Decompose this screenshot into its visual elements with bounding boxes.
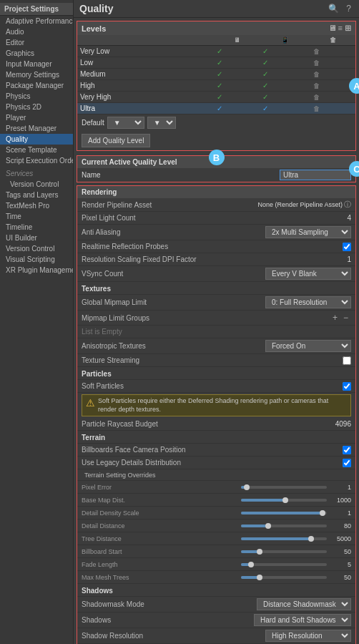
sidebar-item-visual[interactable]: Visual Scripting (0, 254, 73, 265)
info-icon[interactable]: ⓘ (344, 200, 351, 210)
slider-detail-dist: Detail Distance 80 (77, 519, 355, 532)
sidebar-item-memory[interactable]: Memory Settings (0, 69, 73, 80)
texture-streaming-checkbox[interactable] (343, 356, 351, 365)
prop-anisotropic: Anisotropic Textures Forced On (77, 338, 355, 354)
sidebar-item-timeline[interactable]: Timeline (0, 222, 73, 233)
soft-particles-checkbox[interactable] (343, 382, 351, 391)
active-quality-title: Current Active Quality Level (82, 158, 177, 166)
sidebar-item-audio[interactable]: Audio (0, 26, 73, 37)
shadows-label: Shadows (82, 616, 254, 624)
pixel-error-track[interactable] (241, 486, 327, 489)
legacy-checkbox[interactable] (343, 459, 351, 467)
name-input[interactable] (280, 170, 351, 180)
level-name-veryhigh: Very High (77, 92, 214, 103)
name-label: Name (82, 171, 277, 179)
billboards-checkbox[interactable] (343, 446, 351, 454)
level-delete[interactable]: 🗑 (310, 69, 355, 80)
sidebar-item-adaptive[interactable]: Adaptive Performance (0, 16, 73, 26)
prop-raycast: Particle Raycast Budget 4096 (77, 418, 355, 431)
mipmap-label: Global Mipmap Limit (82, 298, 265, 306)
default-dropdown2[interactable]: ▼ (147, 117, 176, 129)
detail-dist-track[interactable] (241, 525, 327, 527)
prop-shadows: Shadows Hard and Soft Shadows (77, 613, 355, 628)
level-check-pc[interactable]: ✓ (214, 92, 259, 103)
sidebar-item-version-control2[interactable]: Version Control (0, 243, 73, 254)
table-row: Ultra ✓ ✓ 🗑 (77, 103, 355, 114)
sidebar-item-tags[interactable]: Tags and Layers (0, 190, 73, 200)
levels-icon-group: 🖥 ≡ ⊞ (328, 24, 351, 33)
sidebar-item-input[interactable]: Input Manager (0, 59, 73, 69)
density-track[interactable] (241, 512, 327, 514)
render-pipeline-value: None (Render Pipeline Asset) (257, 201, 343, 208)
terrain-overrides-header: Terrain Setting Overrides (77, 469, 355, 481)
sidebar-item-version-control[interactable]: Version Control (0, 179, 73, 190)
level-check-pc[interactable]: ✓ (214, 69, 259, 80)
level-check-mob[interactable]: ✓ (260, 92, 310, 103)
name-row: Name (77, 168, 355, 182)
level-check-pc[interactable]: ✓ (214, 46, 259, 57)
monitor-icon[interactable]: 🖥 (328, 24, 336, 33)
sidebar-item-editor[interactable]: Editor (0, 37, 73, 48)
sidebar-item-scene[interactable]: Scene Template (0, 145, 73, 155)
sidebar-item-player[interactable]: Player (0, 112, 73, 123)
levels-header: Levels 🖥 ≡ ⊞ (77, 21, 355, 35)
level-delete[interactable]: 🗑 (310, 92, 355, 103)
add-mipmap-button[interactable]: + (330, 312, 340, 323)
basemap-track[interactable] (241, 499, 327, 502)
sidebar-item-physics2d[interactable]: Physics 2D (0, 102, 73, 112)
level-check-mob[interactable]: ✓ (260, 69, 310, 80)
list-icon[interactable]: ≡ (338, 24, 343, 33)
sidebar-item-package[interactable]: Package Manager (0, 80, 73, 91)
sidebar-item-physics[interactable]: Physics (0, 91, 73, 102)
sidebar-item-ui-builder[interactable]: UI Builder (0, 233, 73, 243)
prop-soft-particles: Soft Particles (77, 380, 355, 393)
prop-vsync: VSync Count Every V Blank (77, 266, 355, 282)
mipmap-dropdown[interactable]: 0: Full Resolution (265, 296, 351, 308)
billboard-label: Billboard Start (82, 548, 241, 555)
rendering-section: Rendering Render Pipeline Asset None (Re… (77, 185, 356, 644)
level-delete[interactable]: 🗑 (310, 57, 355, 69)
pixel-error-label: Pixel Error (82, 484, 241, 491)
level-check-pc[interactable]: ✓ (214, 57, 259, 69)
shadows-header: Shadows (77, 584, 355, 597)
max-mesh-track[interactable] (241, 576, 327, 579)
add-quality-button[interactable]: Add Quality Level (82, 134, 150, 147)
basemap-value: 1000 (330, 497, 351, 504)
sidebar-item-services[interactable]: Services (0, 166, 73, 179)
terrain-header: Terrain (77, 431, 355, 444)
sidebar-item-time[interactable]: Time (0, 211, 73, 222)
anisotropic-dropdown[interactable]: Forced On (265, 340, 351, 352)
billboards-label: Billboards Face Camera Position (82, 446, 343, 454)
level-check-mob[interactable]: ✓ (260, 80, 310, 92)
default-dropdown[interactable]: ▼Ultra (107, 117, 144, 129)
sidebar-item-script[interactable]: Script Execution Order (0, 155, 73, 166)
level-check-mob[interactable]: ✓ (260, 46, 310, 57)
shadow-res-dropdown[interactable]: High Resolution (265, 630, 351, 642)
reflection-checkbox[interactable] (343, 243, 351, 251)
level-check-pc[interactable]: ✓ (214, 103, 259, 114)
sidebar-item-textmesh[interactable]: TextMesh Pro (0, 200, 73, 211)
remove-mipmap-button[interactable]: − (340, 312, 351, 323)
tree-dist-track[interactable] (241, 537, 327, 540)
level-delete[interactable]: 🗑 (310, 103, 355, 114)
sidebar-item-graphics[interactable]: Graphics (0, 48, 73, 59)
shadows-dropdown[interactable]: Hard and Soft Shadows (254, 614, 351, 626)
level-check-mob[interactable]: ✓ (260, 103, 310, 114)
level-check-pc[interactable]: ✓ (214, 80, 259, 92)
sidebar-item-xr[interactable]: XR Plugin Management (0, 265, 73, 275)
billboard-track[interactable] (241, 550, 327, 553)
vsync-dropdown[interactable]: Every V Blank (265, 268, 351, 280)
sidebar-item-quality[interactable]: Quality (0, 134, 73, 145)
level-delete[interactable]: 🗑 (310, 46, 355, 57)
prop-shadowmask: Shadowmask Mode Distance Shadowmask (77, 597, 355, 613)
anti-aliasing-dropdown[interactable]: 2x Multi Sampling (265, 226, 351, 238)
search-icon[interactable]: 🔍 (326, 3, 341, 14)
shadowmask-label: Shadowmask Mode (82, 600, 257, 608)
help-icon[interactable]: ? (344, 3, 353, 14)
fade-track[interactable] (241, 563, 327, 566)
shadowmask-dropdown[interactable]: Distance Shadowmask (257, 598, 351, 610)
sidebar-item-preset[interactable]: Preset Manager (0, 123, 73, 134)
slider-density: Detail Density Scale 1 (77, 507, 355, 519)
grid-icon[interactable]: ⊞ (345, 24, 351, 33)
level-check-mob[interactable]: ✓ (260, 57, 310, 69)
